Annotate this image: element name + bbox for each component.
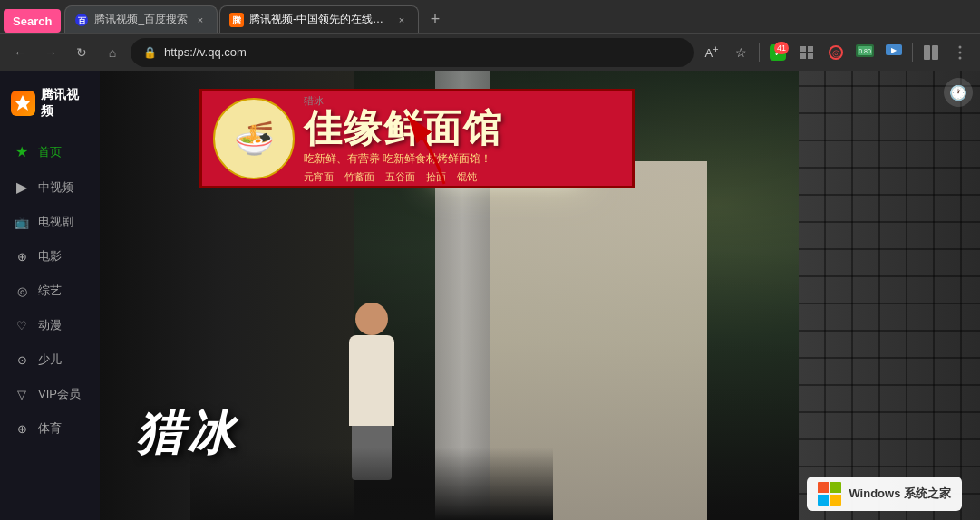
sidebar-item-movie-label: 电影	[38, 248, 62, 265]
new-tab-button[interactable]: +	[421, 5, 450, 33]
menu-item-4: 拾面	[426, 170, 446, 184]
variety-icon: ◎	[13, 284, 31, 298]
sidebar-item-sports-label: 体育	[38, 420, 62, 437]
forward-button[interactable]: →	[38, 40, 63, 65]
video-area: 🍜 猎冰 佳缘鲜面馆 吃新鲜、有营养 吃新鲜食材烤鲜面馆！ 元宵面 竹蓄面 五谷…	[100, 71, 980, 520]
svg-text:百: 百	[78, 16, 87, 25]
browser-chrome: Search 百 腾讯视频_百度搜索 × 腾 腾讯视频-中国领先的在线视频频 ×…	[0, 0, 980, 71]
sign-menu: 元宵面 竹蓄面 五谷面 拾面 馄饨	[304, 170, 621, 184]
menu-item-1: 元宵面	[304, 170, 334, 184]
svg-rect-14	[932, 45, 938, 60]
sidebar-item-short-video-label: 中视频	[38, 179, 73, 196]
sidebar-item-movie[interactable]: ⊕ 电影	[0, 239, 100, 274]
video-background: 🍜 猎冰 佳缘鲜面馆 吃新鲜、有营养 吃新鲜食材烤鲜面馆！ 元宵面 竹蓄面 五谷…	[100, 71, 980, 520]
short-video-icon: ▶	[13, 178, 31, 196]
right-grid-wall	[799, 71, 980, 520]
tab-favicon-baidu: 百	[74, 13, 89, 27]
menu-item-2: 竹蓄面	[344, 170, 374, 184]
win-logo-blue	[818, 495, 829, 506]
search-button-label: Search	[13, 14, 52, 28]
logo-area: 腾讯视频	[0, 78, 100, 134]
tv-icon: 📺	[13, 216, 31, 229]
sports-icon: ⊕	[13, 422, 31, 436]
forward-icon: →	[44, 45, 57, 60]
extension5-icon[interactable]: ▶	[881, 40, 907, 65]
sign-main-text: 佳缘鲜面馆	[304, 110, 621, 148]
sidebar-item-tv[interactable]: 📺 电视剧	[0, 205, 100, 239]
sidebar: 腾讯视频 ★ 首页 ▶ 中视频 📺 电视剧 ⊕ 电影 ◎ 综艺 ♡ 动漫 ⊙	[0, 71, 100, 520]
main-content: 腾讯视频 ★ 首页 ▶ 中视频 📺 电视剧 ⊕ 电影 ◎ 综艺 ♡ 动漫 ⊙	[0, 71, 980, 520]
restaurant-sign: 🍜 猎冰 佳缘鲜面馆 吃新鲜、有营养 吃新鲜食材烤鲜面馆！ 元宵面 竹蓄面 五谷…	[199, 89, 635, 188]
sidebar-item-vip[interactable]: ▽ VIP会员	[0, 377, 100, 411]
sign-header: 猎冰	[304, 94, 621, 108]
extension3-icon[interactable]: ◎	[823, 40, 849, 65]
refresh-button[interactable]: ↻	[69, 40, 94, 65]
movie-icon: ⊕	[13, 250, 31, 264]
tab-baidu[interactable]: 百 腾讯视频_百度搜索 ×	[64, 5, 218, 33]
tencent-logo-icon	[11, 91, 35, 116]
sidebar-item-vip-label: VIP会员	[38, 386, 81, 402]
lock-icon: 🔒	[143, 46, 157, 59]
sidebar-item-short-video[interactable]: ▶ 中视频	[0, 169, 100, 205]
win-logo-red	[818, 482, 829, 493]
windows-watermark: Windows 系统之家	[807, 477, 962, 511]
toolbar-icons: A+ ☆ ✓ 41 ◎ 0.80 ▶	[699, 40, 973, 65]
watermark-text: Windows 系统之家	[849, 486, 951, 502]
address-bar: ← → ↻ ⌂ 🔒 https://v.qq.com A+ ☆ ✓ 41	[0, 33, 980, 71]
sign-text-area: 猎冰 佳缘鲜面馆 吃新鲜、有营养 吃新鲜食材烤鲜面馆！ 元宵面 竹蓄面 五谷面 …	[304, 94, 621, 184]
toolbar-separator2	[912, 43, 913, 62]
kids-icon: ⊙	[13, 353, 31, 367]
svg-text:腾: 腾	[231, 15, 242, 25]
figure-head	[355, 303, 388, 335]
extension1-icon[interactable]: ✓ 41	[765, 40, 791, 65]
bookmark-icon[interactable]: ☆	[728, 40, 753, 65]
svg-marker-18	[15, 95, 31, 111]
extension4-icon[interactable]: 0.80	[852, 40, 878, 65]
tab-tencent-close[interactable]: ×	[394, 13, 409, 27]
svg-text:0.80: 0.80	[859, 48, 871, 54]
tab-favicon-tencent: 腾	[229, 13, 244, 27]
sidebar-item-home[interactable]: ★ 首页	[0, 134, 100, 169]
extension2-icon[interactable]	[794, 40, 820, 65]
split-screen-icon[interactable]	[918, 40, 944, 65]
sign-bowl-image: 🍜	[213, 98, 295, 179]
refresh-icon: ↻	[76, 45, 87, 60]
url-text: https://v.qq.com	[164, 45, 681, 59]
sidebar-item-animation[interactable]: ♡ 动漫	[0, 308, 100, 342]
sidebar-item-kids[interactable]: ⊙ 少儿	[0, 342, 100, 377]
sidebar-item-variety[interactable]: ◎ 综艺	[0, 274, 100, 308]
sidebar-item-tv-label: 电视剧	[38, 214, 73, 230]
toolbar-separator	[759, 43, 760, 62]
sidebar-item-animation-label: 动漫	[38, 317, 62, 333]
video-title-text: 猎冰	[136, 408, 238, 459]
svg-text:▶: ▶	[891, 46, 898, 54]
home-nav-icon: ★	[13, 143, 31, 160]
home-icon: ⌂	[109, 45, 116, 60]
figure-body	[349, 335, 394, 426]
home-button[interactable]: ⌂	[100, 40, 125, 65]
menu-item-3: 五谷面	[385, 170, 415, 184]
tab-baidu-close[interactable]: ×	[193, 13, 208, 27]
tab-tencent[interactable]: 腾 腾讯视频-中国领先的在线视频频 ×	[219, 5, 419, 33]
sidebar-item-kids-label: 少儿	[38, 351, 62, 368]
sidebar-item-sports[interactable]: ⊕ 体育	[0, 411, 100, 446]
svg-point-15	[959, 45, 962, 48]
win-logo-yellow	[830, 495, 841, 506]
character-figure	[335, 303, 408, 448]
svg-rect-13	[924, 45, 930, 60]
font-size-icon[interactable]: A+	[699, 40, 724, 65]
tab-search-button[interactable]: Search	[4, 9, 61, 33]
video-title-overlay: 猎冰	[136, 402, 238, 466]
logo-text: 腾讯视频	[41, 87, 89, 120]
svg-point-16	[959, 51, 962, 53]
tab-tencent-title: 腾讯视频-中国领先的在线视频频	[249, 12, 389, 27]
win-logo-green	[830, 482, 841, 493]
vip-icon: ▽	[13, 388, 31, 401]
menu-icon[interactable]	[947, 40, 973, 65]
url-bar[interactable]: 🔒 https://v.qq.com	[131, 38, 694, 67]
svg-point-17	[959, 56, 962, 59]
animation-icon: ♡	[13, 319, 31, 332]
scene-floor	[190, 448, 553, 520]
history-clock-button[interactable]: 🕐	[944, 78, 973, 107]
back-button[interactable]: ←	[7, 40, 33, 65]
